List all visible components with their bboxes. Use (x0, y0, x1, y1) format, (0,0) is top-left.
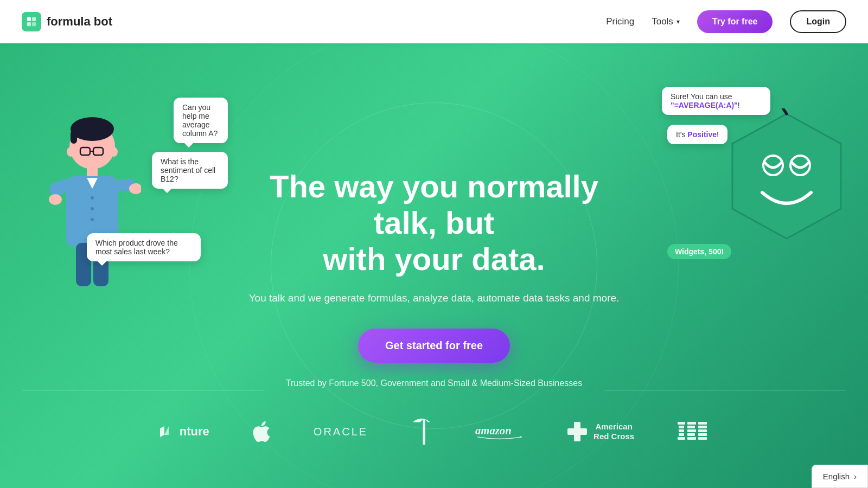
trusted-section: Trusted by Fortune 500, Government and S… (0, 378, 868, 445)
get-started-button[interactable]: Get started for free (358, 329, 510, 363)
nture-text: nture (180, 425, 209, 439)
language-selector[interactable]: English › (812, 465, 868, 488)
svg-point-22 (91, 218, 94, 221)
svg-rect-37 (687, 422, 696, 425)
svg-rect-44 (698, 429, 707, 432)
svg-rect-31 (567, 428, 587, 435)
svg-rect-46 (698, 437, 707, 440)
logo-icon (22, 12, 41, 31)
svg-rect-42 (698, 422, 707, 425)
pricing-link[interactable]: Pricing (606, 16, 634, 27)
logo[interactable]: formula bot (22, 12, 112, 31)
navbar: formula bot Pricing Tools ▾ Try for free… (0, 0, 868, 43)
svg-rect-41 (687, 437, 696, 440)
right-robot-area: Sure! You can use "=AVERAGE(A:A)"! It's … (662, 87, 835, 314)
divider-right (604, 390, 846, 390)
hero-subtitle: You talk and we generate formulas, analy… (244, 290, 624, 306)
logos-row: nture ORACLE amazon (0, 419, 868, 445)
svg-rect-2 (27, 22, 31, 25)
navbar-right: Pricing Tools ▾ Try for free Login (606, 10, 846, 33)
logo-oracle: ORACLE (314, 426, 368, 438)
tools-label: Tools (652, 16, 673, 27)
svg-point-21 (91, 207, 94, 210)
svg-line-26 (776, 108, 787, 114)
svg-rect-38 (687, 426, 695, 428)
svg-rect-6 (71, 130, 77, 144)
logo-apple (253, 421, 270, 442)
oracle-text: ORACLE (314, 426, 368, 438)
language-label: English (823, 472, 850, 481)
logo-ibm (678, 420, 710, 444)
svg-point-17 (49, 194, 62, 205)
logo-tesla (411, 419, 432, 445)
svg-point-20 (91, 196, 94, 200)
svg-rect-1 (32, 17, 36, 21)
robot-hexagon (722, 108, 852, 249)
speech-bubble-2: What is the sentiment of cell B12? (152, 152, 228, 189)
hero-section: Can you help me average column A? What i… (0, 43, 868, 488)
svg-rect-34 (679, 429, 684, 432)
chevron-right-icon: › (854, 472, 857, 481)
svg-rect-43 (698, 426, 707, 428)
svg-marker-23 (732, 114, 841, 239)
svg-point-10 (67, 147, 74, 157)
robot-bubble-3: Widgets, 500! (667, 244, 731, 259)
svg-rect-39 (687, 429, 696, 432)
svg-rect-3 (32, 22, 36, 25)
logo-nture: nture (158, 424, 209, 439)
chevron-down-icon: ▾ (676, 18, 680, 25)
speech-bubble-1: Can you help me average column A? (174, 98, 228, 143)
person-illustration (43, 108, 141, 314)
divider-left (22, 390, 264, 390)
hero-center: The way you normally talk, but with your… (244, 169, 624, 362)
tools-dropdown[interactable]: Tools ▾ (652, 16, 680, 27)
svg-rect-40 (687, 433, 695, 436)
svg-rect-32 (678, 422, 685, 425)
svg-point-11 (110, 147, 118, 157)
svg-rect-45 (698, 433, 707, 436)
svg-rect-35 (679, 433, 684, 436)
logo-amazon: amazon (475, 421, 524, 442)
svg-rect-33 (679, 426, 684, 428)
robot-bubble-2: It's Positive! (667, 125, 727, 144)
svg-text:amazon: amazon (475, 425, 512, 436)
login-button[interactable]: Login (790, 10, 846, 33)
speech-bubble-3: Which product drove the most sales last … (87, 233, 201, 261)
robot-bubble-1: Sure! You can use "=AVERAGE(A:A)"! (662, 87, 770, 115)
logo-red-cross: American Red Cross (567, 422, 634, 441)
svg-rect-0 (27, 17, 31, 21)
try-free-button[interactable]: Try for free (697, 10, 773, 33)
logo-text: formula bot (47, 15, 112, 29)
trusted-text: Trusted by Fortune 500, Government and S… (286, 378, 582, 388)
hero-title: The way you normally talk, but with your… (244, 169, 624, 277)
svg-rect-36 (678, 437, 685, 440)
